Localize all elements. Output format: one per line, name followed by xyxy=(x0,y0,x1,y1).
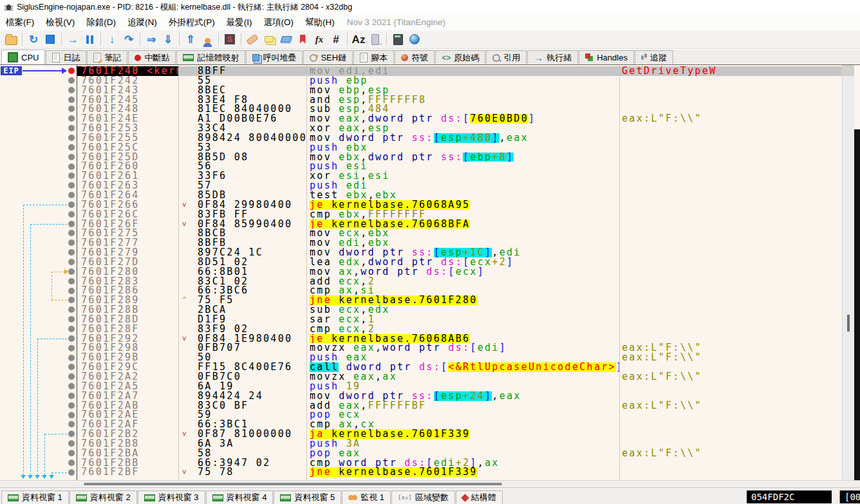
address-dot[interactable] xyxy=(68,297,75,303)
font-icon[interactable]: Az xyxy=(351,32,366,47)
address-cell[interactable]: 7601F292 xyxy=(77,334,178,344)
instruction-cell[interactable]: cmp ax,si xyxy=(306,286,619,295)
address-dot[interactable] xyxy=(68,383,75,389)
tab-日誌[interactable]: 日誌 xyxy=(46,50,86,64)
disasm-row[interactable]: 7601F26C83FB FFcmp ebx,FFFFFFFF xyxy=(77,210,842,219)
address-cell[interactable]: 7601F248 xyxy=(77,104,178,114)
instruction-cell[interactable]: je kernelbase.76068AB6 xyxy=(306,334,619,344)
address-dot[interactable] xyxy=(68,239,75,246)
comment-cell[interactable]: eax:L"F:\\" xyxy=(619,353,842,362)
bytes-cell[interactable]: 50 xyxy=(178,353,306,362)
comment-cell[interactable] xyxy=(619,429,842,439)
address-cell[interactable]: 7601F29B xyxy=(77,353,178,362)
address-cell[interactable]: 7601F2B2 xyxy=(77,429,178,439)
instruction-cell[interactable]: mov dword ptr ss:[esp+1C],edi xyxy=(306,248,619,257)
instruction-cell[interactable]: xor eax,esp xyxy=(306,124,619,133)
comment-cell[interactable] xyxy=(619,162,842,171)
tab-資料視窗-4[interactable]: 資料視窗 4 xyxy=(206,490,274,504)
instruction-cell[interactable]: jne kernelbase.7601F280 xyxy=(306,295,619,305)
instruction-cell[interactable]: sar ecx,1 xyxy=(306,315,619,324)
tab-筆記[interactable]: 筆記 xyxy=(87,50,127,64)
disasm-row[interactable]: 7601F2778BFBmov edi,ebx xyxy=(77,238,842,248)
menu-item[interactable]: 最愛(I) xyxy=(221,15,258,30)
tab-監視-1[interactable]: 監視 1 xyxy=(342,490,391,504)
address-dot[interactable] xyxy=(68,221,75,227)
address-cell[interactable]: 7601F261 xyxy=(77,171,178,181)
scrollbar-thumb[interactable] xyxy=(847,315,850,331)
disasm-row[interactable]: 7601F2B2v0F87 81000000ja kernelbase.7601… xyxy=(77,429,842,439)
run-to-user-code-icon[interactable] xyxy=(200,32,215,47)
comment-cell[interactable] xyxy=(619,95,842,105)
instruction-cell[interactable]: mov ebp,esp xyxy=(306,86,619,95)
restart-icon[interactable]: ↻ xyxy=(26,32,41,47)
comment-cell[interactable] xyxy=(619,420,842,429)
disasm-row[interactable]: 7601F24583E4 F8and esp,FFFFFFF8 xyxy=(77,95,842,105)
bytes-cell[interactable]: A1 D00B0E76 xyxy=(178,114,306,124)
step-over-icon[interactable]: ↷ xyxy=(121,32,136,47)
disasm-row[interactable]: 7601F26357push edi xyxy=(77,181,842,191)
address-cell[interactable]: 7601F242 xyxy=(77,76,178,86)
disasm-row[interactable]: 7601F28066:8B01mov ax,word ptr ds:[ecx] xyxy=(77,267,842,277)
notify-icon[interactable] xyxy=(368,32,383,47)
instruction-cell[interactable]: mov dword ptr ss:[esp+24],eax xyxy=(306,391,619,401)
address-cell[interactable]: 7601F2BA xyxy=(77,449,178,458)
tab-資料視窗-3[interactable]: 資料視窗 3 xyxy=(138,490,205,504)
bytes-cell[interactable]: v0F84 29980400 xyxy=(178,200,306,210)
address-cell[interactable]: 7601F24E xyxy=(77,114,178,124)
comment-cell[interactable] xyxy=(619,229,842,238)
disasm-row[interactable]: 7601F26485DBtest ebx,ebx xyxy=(77,191,842,200)
comment-cell[interactable] xyxy=(619,324,842,334)
disasm-row[interactable]: 7601F25333C4xor eax,esp xyxy=(77,124,842,133)
address-cell[interactable]: 7601F264 xyxy=(77,191,178,200)
address-cell[interactable]: 7601F25D xyxy=(77,153,178,162)
disasm-row[interactable]: 7601F2BA58pop eaxeax:L"F:\\" xyxy=(77,449,842,458)
comment-cell[interactable] xyxy=(619,143,842,153)
disasm-row[interactable]: 7601F24255push ebp xyxy=(77,76,842,86)
menu-item[interactable]: 檢視(V) xyxy=(40,15,80,30)
address-cell[interactable]: 7601F26F xyxy=(77,219,178,229)
bytes-cell[interactable]: 83F9 02 xyxy=(178,324,306,334)
address-dot[interactable] xyxy=(68,249,75,256)
tab-引用[interactable]: 引用 xyxy=(486,50,527,64)
comment-cell[interactable] xyxy=(619,219,842,229)
address-dot[interactable] xyxy=(68,306,75,313)
address-dot[interactable] xyxy=(68,373,75,380)
labels-icon[interactable] xyxy=(278,32,294,47)
address-cell[interactable]: 7601F253 xyxy=(77,124,178,133)
bookmarks-icon[interactable] xyxy=(295,32,310,47)
disasm-row[interactable]: 7601F24EA1 D00B0E76mov eax,dword ptr ds:… xyxy=(77,114,842,124)
comment-cell[interactable] xyxy=(619,210,842,219)
scrollbar-top-button[interactable] xyxy=(843,65,854,76)
address-cell[interactable]: 7601F263 xyxy=(77,181,178,191)
disasm-row[interactable]: 7601F29B50push eaxeax:L"F:\\" xyxy=(77,353,842,362)
address-dot[interactable] xyxy=(68,106,75,112)
address-dot[interactable] xyxy=(68,326,75,332)
comment-cell[interactable] xyxy=(619,181,842,191)
horizontal-scrollbar-thumb[interactable] xyxy=(84,483,502,485)
disasm-row[interactable]: 7601F289^75 F5jne kernelbase.7601F280 xyxy=(77,295,842,305)
bytes-cell[interactable]: 85DB xyxy=(178,191,306,200)
disasm-row[interactable]: 7601F28383C1 02add ecx,2 xyxy=(77,277,842,286)
tab-腳本[interactable]: 腳本 xyxy=(353,50,394,64)
address-dot[interactable] xyxy=(68,201,75,208)
address-dot[interactable] xyxy=(68,97,75,103)
tab-呼叫堆疊[interactable]: 呼叫堆疊 xyxy=(246,50,303,64)
instruction-cell[interactable]: je kernelbase.76068BFA xyxy=(306,219,619,229)
instruction-cell[interactable]: pop ecx xyxy=(306,410,619,420)
comment-cell[interactable] xyxy=(619,382,842,391)
instruction-cell[interactable]: push esi xyxy=(306,162,619,171)
bytes-cell[interactable]: 2BCA xyxy=(178,305,306,315)
vertical-scrollbar[interactable] xyxy=(842,65,854,480)
disasm-row[interactable]: 7601F26056push esi xyxy=(77,162,842,171)
instruction-cell[interactable]: je kernelbase.76068A95 xyxy=(306,200,619,210)
comment-cell[interactable] xyxy=(619,191,842,200)
bytes-cell[interactable]: 66:3BC6 xyxy=(178,286,306,295)
comment-cell[interactable] xyxy=(619,391,842,401)
execute-till-return-icon[interactable]: ⇑ xyxy=(183,32,198,47)
instruction-cell[interactable]: push edi xyxy=(306,181,619,191)
address-dot[interactable] xyxy=(68,211,75,218)
disasm-row[interactable]: 7601F2758BCBmov ecx,ebx xyxy=(77,229,842,238)
address-cell[interactable]: 7601F28F xyxy=(77,324,178,334)
instruction-cell[interactable]: test ebx,ebx xyxy=(306,191,619,200)
address-cell[interactable]: 7601F2AB xyxy=(77,401,178,411)
